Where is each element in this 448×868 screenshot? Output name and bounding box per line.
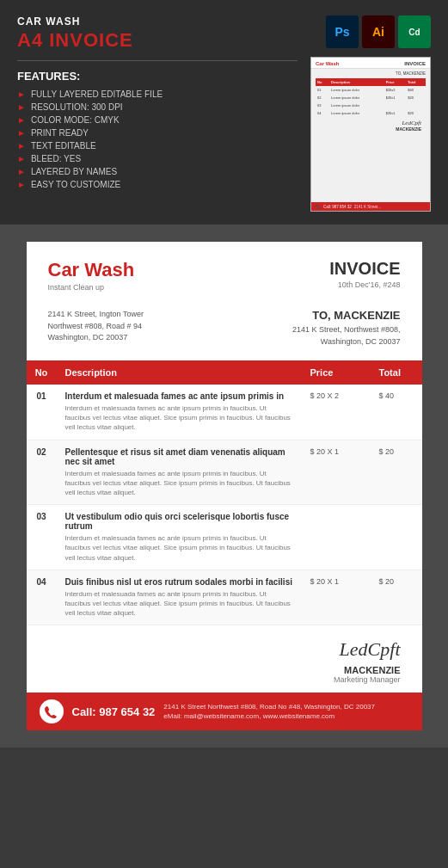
col-no: No <box>27 360 57 385</box>
row-price <box>302 505 371 570</box>
header-brand: CAR WASH <box>17 15 298 28</box>
illustrator-icon: Ai <box>362 15 395 48</box>
signature-title: Marketing Manager <box>48 675 401 684</box>
arrow-icon: ► <box>17 154 26 163</box>
invoice-document: Car Wash Instant Clean up INVOICE 10th D… <box>27 242 422 730</box>
feature-item: ►FULLY LAYERED EDITABLE FILE <box>17 89 298 99</box>
row-no: 02 <box>27 440 57 505</box>
row-price: $ 20 X 2 <box>302 385 371 440</box>
doc-brand-name: Car Wash <box>48 259 135 281</box>
photoshop-icon: Ps <box>326 15 359 48</box>
table-row: 03 Ut vestibulum odio quis orci sceleris… <box>27 505 422 570</box>
row-price: $ 20 X 1 <box>302 440 371 505</box>
col-total: Total <box>371 360 422 385</box>
row-description: Pellentesque et risus sit amet diam vene… <box>57 440 302 505</box>
doc-brand-sub: Instant Clean up <box>48 283 135 292</box>
row-total <box>371 505 422 570</box>
row-total: $ 20 <box>371 440 422 505</box>
feature-item: ►TEXT EDITABLE <box>17 141 298 151</box>
doc-addresses: 2141 K Street, Ington Tower Northwest #8… <box>27 305 422 360</box>
preview-thumbnail: Car Wash INVOICE TO, MACKENZIE NoDescrip… <box>310 57 431 212</box>
arrow-icon: ► <box>17 141 26 151</box>
row-description: Ut vestibulum odio quis orci scelerisque… <box>57 505 302 570</box>
features-title: FEATURES: <box>17 70 298 83</box>
table-body: 01 Interdum et malesuada fames ac ante i… <box>27 385 422 625</box>
arrow-icon: ► <box>17 89 26 99</box>
table-row: 01 Interdum et malesuada fames ac ante i… <box>27 385 422 440</box>
table-header: No Description Price Total <box>27 360 422 385</box>
arrow-icon: ► <box>17 115 26 125</box>
svg-text:Cd: Cd <box>408 28 420 37</box>
row-no: 01 <box>27 385 57 440</box>
row-total: $ 40 <box>371 385 422 440</box>
table-row: 02 Pellentesque et risus sit amet diam v… <box>27 440 422 505</box>
invoice-table: No Description Price Total 01 Interdum e… <box>27 360 422 625</box>
feature-item: ►COLOR MODE: CMYK <box>17 115 298 125</box>
header-subtitle: A4 INVOICE <box>17 29 298 52</box>
feature-item: ►BLEED: YES <box>17 154 298 163</box>
doc-from-address: 2141 K Street, Ington Tower Northwest #8… <box>48 309 144 348</box>
bottom-section: Car Wash Instant Clean up INVOICE 10th D… <box>0 225 448 748</box>
top-left: CAR WASH A4 INVOICE FEATURES: ►FULLY LAY… <box>17 15 298 193</box>
phone-icon <box>40 699 64 723</box>
divider <box>17 60 298 61</box>
arrow-icon: ► <box>17 128 26 138</box>
feature-item: ►EASY TO CUSTOMIZE <box>17 180 298 189</box>
col-description: Description <box>57 360 302 385</box>
doc-invoice-info: INVOICE 10th Dec'16, #248 <box>329 259 400 289</box>
row-description: Interdum et malesuada fames ac ante ipsu… <box>57 385 302 440</box>
signature-image: LedCpft <box>48 638 401 661</box>
feature-item: ►RESOLUTION: 300 DPI <box>17 102 298 112</box>
arrow-icon: ► <box>17 180 26 189</box>
top-section: CAR WASH A4 INVOICE FEATURES: ►FULLY LAY… <box>0 0 448 225</box>
col-price: Price <box>302 360 371 385</box>
feature-item: ►LAYERED BY NAMES <box>17 167 298 176</box>
table-row: 04 Duis finibus nisl ut eros rutrum soda… <box>27 569 422 625</box>
coreldraw-icon: Cd <box>398 15 431 48</box>
signature-name: MACKENZIE <box>48 665 401 675</box>
doc-footer: Call: 987 654 32 2141 K Street Northwest… <box>27 693 422 730</box>
top-right: Ps Ai Cd Car Wash INVOICE TO, MACKENZIE … <box>298 15 431 212</box>
doc-to-section: TO, MACKENZIE 2141 K Street, Northwest #… <box>292 309 401 348</box>
row-total: $ 20 <box>371 569 422 625</box>
footer-call-label: Call: 987 654 32 <box>72 705 156 718</box>
doc-invoice-title: INVOICE <box>329 259 400 279</box>
doc-brand: Car Wash Instant Clean up <box>48 259 135 292</box>
row-description: Duis finibus nisl ut eros rutrum sodales… <box>57 569 302 625</box>
doc-invoice-ref: 10th Dec'16, #248 <box>329 280 400 289</box>
feature-item: ►PRINT READY <box>17 128 298 138</box>
arrow-icon: ► <box>17 167 26 176</box>
signature-section: LedCpft MACKENZIE Marketing Manager <box>27 625 422 693</box>
doc-to-label: TO, MACKENZIE <box>292 309 401 322</box>
row-price: $ 20 X 1 <box>302 569 371 625</box>
software-icons: Ps Ai Cd <box>326 15 431 48</box>
arrow-icon: ► <box>17 102 26 112</box>
features-list: ►FULLY LAYERED EDITABLE FILE ►RESOLUTION… <box>17 89 298 189</box>
doc-header: Car Wash Instant Clean up INVOICE 10th D… <box>27 242 422 305</box>
row-no: 03 <box>27 505 57 570</box>
doc-to-address: 2141 K Street, Northwest #808, Washingto… <box>292 324 401 348</box>
footer-contact-info: 2141 K Street Northwest #808, Road No #4… <box>163 702 375 721</box>
row-no: 04 <box>27 569 57 625</box>
